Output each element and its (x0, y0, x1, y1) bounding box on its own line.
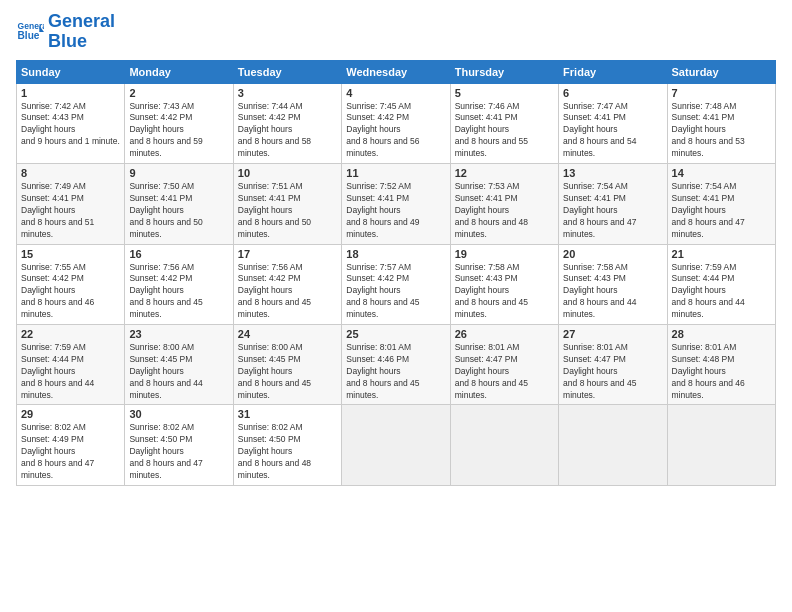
day-info: Sunrise: 7:51 AM Sunset: 4:41 PM Dayligh… (238, 181, 337, 240)
day-info: Sunrise: 7:54 AM Sunset: 4:41 PM Dayligh… (563, 181, 662, 240)
day-number: 9 (129, 167, 228, 179)
day-number: 1 (21, 87, 120, 99)
day-info: Sunrise: 7:48 AM Sunset: 4:41 PM Dayligh… (672, 101, 771, 160)
day-info: Sunrise: 7:53 AM Sunset: 4:41 PM Dayligh… (455, 181, 554, 240)
day-cell: 20 Sunrise: 7:58 AM Sunset: 4:43 PM Dayl… (559, 244, 667, 324)
day-number: 6 (563, 87, 662, 99)
day-number: 15 (21, 248, 120, 260)
day-number: 19 (455, 248, 554, 260)
day-number: 22 (21, 328, 120, 340)
day-info: Sunrise: 8:01 AM Sunset: 4:48 PM Dayligh… (672, 342, 771, 401)
col-header-monday: Monday (125, 60, 233, 83)
day-info: Sunrise: 7:44 AM Sunset: 4:42 PM Dayligh… (238, 101, 337, 160)
day-cell: 22 Sunrise: 7:59 AM Sunset: 4:44 PM Dayl… (17, 324, 125, 404)
day-info: Sunrise: 7:49 AM Sunset: 4:41 PM Dayligh… (21, 181, 120, 240)
day-info: Sunrise: 8:01 AM Sunset: 4:47 PM Dayligh… (563, 342, 662, 401)
day-number: 23 (129, 328, 228, 340)
day-cell: 31 Sunrise: 8:02 AM Sunset: 4:50 PM Dayl… (233, 405, 341, 485)
day-info: Sunrise: 7:55 AM Sunset: 4:42 PM Dayligh… (21, 262, 120, 321)
week-row-4: 22 Sunrise: 7:59 AM Sunset: 4:44 PM Dayl… (17, 324, 776, 404)
day-cell: 2 Sunrise: 7:43 AM Sunset: 4:42 PM Dayli… (125, 83, 233, 163)
day-number: 2 (129, 87, 228, 99)
day-info: Sunrise: 8:01 AM Sunset: 4:46 PM Dayligh… (346, 342, 445, 401)
day-number: 14 (672, 167, 771, 179)
day-cell: 1 Sunrise: 7:42 AM Sunset: 4:43 PM Dayli… (17, 83, 125, 163)
day-cell: 23 Sunrise: 8:00 AM Sunset: 4:45 PM Dayl… (125, 324, 233, 404)
day-info: Sunrise: 7:56 AM Sunset: 4:42 PM Dayligh… (129, 262, 228, 321)
header: General Blue General Blue (16, 12, 776, 52)
day-info: Sunrise: 7:46 AM Sunset: 4:41 PM Dayligh… (455, 101, 554, 160)
day-number: 21 (672, 248, 771, 260)
day-cell: 5 Sunrise: 7:46 AM Sunset: 4:41 PM Dayli… (450, 83, 558, 163)
day-number: 3 (238, 87, 337, 99)
day-number: 24 (238, 328, 337, 340)
day-cell: 4 Sunrise: 7:45 AM Sunset: 4:42 PM Dayli… (342, 83, 450, 163)
day-info: Sunrise: 8:02 AM Sunset: 4:50 PM Dayligh… (238, 422, 337, 481)
svg-text:Blue: Blue (18, 30, 40, 41)
day-number: 10 (238, 167, 337, 179)
day-info: Sunrise: 8:02 AM Sunset: 4:49 PM Dayligh… (21, 422, 120, 481)
day-cell: 6 Sunrise: 7:47 AM Sunset: 4:41 PM Dayli… (559, 83, 667, 163)
week-row-3: 15 Sunrise: 7:55 AM Sunset: 4:42 PM Dayl… (17, 244, 776, 324)
day-cell: 13 Sunrise: 7:54 AM Sunset: 4:41 PM Dayl… (559, 164, 667, 244)
day-number: 12 (455, 167, 554, 179)
day-number: 31 (238, 408, 337, 420)
day-number: 20 (563, 248, 662, 260)
day-info: Sunrise: 7:54 AM Sunset: 4:41 PM Dayligh… (672, 181, 771, 240)
day-number: 11 (346, 167, 445, 179)
day-cell: 11 Sunrise: 7:52 AM Sunset: 4:41 PM Dayl… (342, 164, 450, 244)
day-cell (667, 405, 775, 485)
day-cell: 30 Sunrise: 8:02 AM Sunset: 4:50 PM Dayl… (125, 405, 233, 485)
calendar-page: General Blue General Blue SundayMondayTu… (0, 0, 792, 612)
col-header-sunday: Sunday (17, 60, 125, 83)
day-cell: 26 Sunrise: 8:01 AM Sunset: 4:47 PM Dayl… (450, 324, 558, 404)
day-number: 13 (563, 167, 662, 179)
day-info: Sunrise: 7:59 AM Sunset: 4:44 PM Dayligh… (21, 342, 120, 401)
day-cell: 24 Sunrise: 8:00 AM Sunset: 4:45 PM Dayl… (233, 324, 341, 404)
day-cell: 19 Sunrise: 7:58 AM Sunset: 4:43 PM Dayl… (450, 244, 558, 324)
day-number: 17 (238, 248, 337, 260)
day-number: 27 (563, 328, 662, 340)
week-row-1: 1 Sunrise: 7:42 AM Sunset: 4:43 PM Dayli… (17, 83, 776, 163)
day-cell: 7 Sunrise: 7:48 AM Sunset: 4:41 PM Dayli… (667, 83, 775, 163)
day-cell: 8 Sunrise: 7:49 AM Sunset: 4:41 PM Dayli… (17, 164, 125, 244)
day-info: Sunrise: 7:59 AM Sunset: 4:44 PM Dayligh… (672, 262, 771, 321)
day-number: 28 (672, 328, 771, 340)
day-info: Sunrise: 8:01 AM Sunset: 4:47 PM Dayligh… (455, 342, 554, 401)
day-number: 8 (21, 167, 120, 179)
day-number: 29 (21, 408, 120, 420)
col-header-saturday: Saturday (667, 60, 775, 83)
day-cell: 14 Sunrise: 7:54 AM Sunset: 4:41 PM Dayl… (667, 164, 775, 244)
day-info: Sunrise: 7:57 AM Sunset: 4:42 PM Dayligh… (346, 262, 445, 321)
day-number: 26 (455, 328, 554, 340)
day-cell: 3 Sunrise: 7:44 AM Sunset: 4:42 PM Dayli… (233, 83, 341, 163)
day-cell (559, 405, 667, 485)
day-cell: 28 Sunrise: 8:01 AM Sunset: 4:48 PM Dayl… (667, 324, 775, 404)
day-number: 18 (346, 248, 445, 260)
day-info: Sunrise: 7:56 AM Sunset: 4:42 PM Dayligh… (238, 262, 337, 321)
day-cell: 27 Sunrise: 8:01 AM Sunset: 4:47 PM Dayl… (559, 324, 667, 404)
logo: General Blue General Blue (16, 12, 115, 52)
day-info: Sunrise: 7:58 AM Sunset: 4:43 PM Dayligh… (563, 262, 662, 321)
logo-label: General Blue (48, 12, 115, 52)
day-cell: 21 Sunrise: 7:59 AM Sunset: 4:44 PM Dayl… (667, 244, 775, 324)
day-number: 16 (129, 248, 228, 260)
day-info: Sunrise: 8:00 AM Sunset: 4:45 PM Dayligh… (238, 342, 337, 401)
col-header-tuesday: Tuesday (233, 60, 341, 83)
day-cell (342, 405, 450, 485)
day-info: Sunrise: 7:52 AM Sunset: 4:41 PM Dayligh… (346, 181, 445, 240)
day-info: Sunrise: 7:50 AM Sunset: 4:41 PM Dayligh… (129, 181, 228, 240)
day-number: 7 (672, 87, 771, 99)
day-cell: 15 Sunrise: 7:55 AM Sunset: 4:42 PM Dayl… (17, 244, 125, 324)
logo-icon: General Blue (16, 18, 44, 46)
col-header-friday: Friday (559, 60, 667, 83)
day-cell: 25 Sunrise: 8:01 AM Sunset: 4:46 PM Dayl… (342, 324, 450, 404)
day-cell: 18 Sunrise: 7:57 AM Sunset: 4:42 PM Dayl… (342, 244, 450, 324)
col-header-thursday: Thursday (450, 60, 558, 83)
day-info: Sunrise: 7:42 AM Sunset: 4:43 PM Dayligh… (21, 101, 120, 149)
day-number: 25 (346, 328, 445, 340)
day-cell (450, 405, 558, 485)
day-info: Sunrise: 8:00 AM Sunset: 4:45 PM Dayligh… (129, 342, 228, 401)
day-cell: 29 Sunrise: 8:02 AM Sunset: 4:49 PM Dayl… (17, 405, 125, 485)
day-cell: 17 Sunrise: 7:56 AM Sunset: 4:42 PM Dayl… (233, 244, 341, 324)
